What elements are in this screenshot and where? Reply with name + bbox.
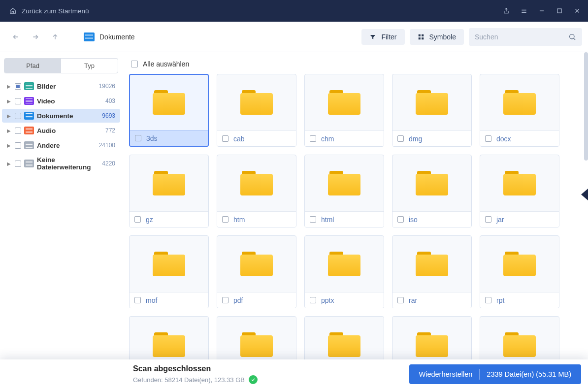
svg-point-5 <box>570 34 574 38</box>
sidebar-item-andere[interactable]: ▶Andere24100 <box>2 138 120 152</box>
tree-checkbox[interactable] <box>15 128 21 134</box>
folder-icon <box>416 252 448 276</box>
sidebar-item-audio[interactable]: ▶Audio772 <box>2 124 120 137</box>
chevron-right-icon[interactable]: ▶ <box>7 128 12 133</box>
folder-card[interactable]: cab <box>217 74 296 147</box>
search-icon <box>568 33 576 41</box>
divider <box>479 369 480 380</box>
folder-checkbox[interactable] <box>310 135 316 142</box>
folder-icon <box>153 252 185 276</box>
folder-card[interactable]: html <box>304 155 384 227</box>
titlebar: Zurück zum Startmenü <box>0 0 588 22</box>
folder-icon <box>84 32 95 41</box>
breadcrumb-label: Dokumente <box>99 33 135 41</box>
folder-checkbox[interactable] <box>485 135 491 142</box>
folder-name: dmg <box>409 135 422 143</box>
folder-icon <box>503 332 536 357</box>
minimize-icon[interactable] <box>538 7 546 15</box>
folder-card[interactable] <box>392 316 472 359</box>
tree-checkbox[interactable] <box>15 83 21 90</box>
folder-card[interactable] <box>480 316 559 359</box>
folder-card[interactable]: htm <box>217 155 296 227</box>
svg-rect-3 <box>418 37 420 39</box>
tree-label: Keine Dateierweiterung <box>37 156 99 171</box>
folder-card[interactable]: mof <box>129 235 209 308</box>
view-label: Symbole <box>429 33 456 41</box>
tab-pfad[interactable]: Pfad <box>4 59 61 73</box>
sidebar-item-keine-dateierweiterung[interactable]: ▶Keine Dateierweiterung4220 <box>2 153 120 174</box>
sidebar-tree: ▶Bilder19026▶Video403▶Dokumente9693▶Audi… <box>0 79 122 174</box>
folder-checkbox[interactable] <box>397 216 404 223</box>
breadcrumb[interactable]: Dokumente <box>84 32 135 41</box>
titlebar-home-label[interactable]: Zurück zum Startmenü <box>22 7 89 15</box>
folder-name: html <box>321 216 334 224</box>
folder-checkbox[interactable] <box>310 216 316 223</box>
folder-card[interactable]: iso <box>392 155 472 227</box>
folder-checkbox[interactable] <box>222 297 229 303</box>
home-icon[interactable] <box>9 7 17 15</box>
view-symbols-button[interactable]: Symbole <box>410 29 464 45</box>
filter-button[interactable]: Filter <box>361 29 404 45</box>
tree-checkbox[interactable] <box>15 142 21 149</box>
folder-checkbox[interactable] <box>134 297 141 303</box>
search-input[interactable]: Suchen <box>469 28 582 46</box>
folder-card[interactable] <box>129 316 209 359</box>
sidebar-item-bilder[interactable]: ▶Bilder19026 <box>2 79 120 93</box>
nav-up-icon[interactable] <box>49 31 61 43</box>
folder-checkbox[interactable] <box>485 297 491 303</box>
folder-checkbox[interactable] <box>310 297 316 303</box>
folder-icon <box>153 90 185 115</box>
close-icon[interactable] <box>573 7 581 15</box>
folder-card[interactable]: pptx <box>304 235 384 308</box>
category-icon <box>24 127 34 134</box>
select-all-checkbox[interactable] <box>131 61 138 67</box>
share-icon[interactable] <box>502 7 510 15</box>
folder-name: docx <box>496 135 511 143</box>
folder-checkbox[interactable] <box>397 135 404 142</box>
chevron-right-icon[interactable]: ▶ <box>7 113 12 119</box>
side-collapse-tab[interactable] <box>581 189 588 200</box>
category-icon <box>24 141 34 149</box>
folder-card[interactable]: docx <box>480 74 559 147</box>
folder-checkbox[interactable] <box>135 135 141 141</box>
folder-icon <box>153 171 185 195</box>
folder-checkbox[interactable] <box>222 216 229 223</box>
folder-card[interactable]: gz <box>129 155 209 227</box>
select-all-row[interactable]: Alle auswählen <box>129 52 576 74</box>
folder-card[interactable]: rar <box>392 235 472 308</box>
folder-card[interactable] <box>304 316 384 359</box>
menu-icon[interactable] <box>520 7 528 15</box>
folder-checkbox[interactable] <box>397 297 404 303</box>
tab-typ[interactable]: Typ <box>61 59 118 73</box>
chevron-right-icon[interactable]: ▶ <box>7 84 12 89</box>
sidebar-item-dokumente[interactable]: ▶Dokumente9693 <box>2 109 120 123</box>
folder-card[interactable] <box>217 316 296 359</box>
folder-name: mof <box>146 296 157 304</box>
sidebar-item-video[interactable]: ▶Video403 <box>2 94 120 108</box>
maximize-icon[interactable] <box>555 7 563 15</box>
folder-card[interactable]: 3ds <box>129 74 209 147</box>
folder-checkbox[interactable] <box>134 216 141 223</box>
chevron-right-icon[interactable]: ▶ <box>7 161 12 166</box>
folder-checkbox[interactable] <box>485 216 491 223</box>
scrollbar[interactable] <box>584 52 588 161</box>
tree-checkbox[interactable] <box>15 113 21 119</box>
category-icon <box>24 82 34 90</box>
tree-checkbox[interactable] <box>15 161 21 167</box>
folder-checkbox[interactable] <box>222 135 229 142</box>
tree-count: 19026 <box>99 83 115 90</box>
folder-card[interactable]: pdf <box>217 235 296 308</box>
folder-icon <box>328 252 360 276</box>
folder-card[interactable]: chm <box>304 74 384 147</box>
chevron-right-icon[interactable]: ▶ <box>7 143 12 148</box>
folder-name: iso <box>409 216 418 224</box>
nav-back-icon[interactable] <box>10 31 22 43</box>
tree-checkbox[interactable] <box>15 98 21 104</box>
chevron-right-icon[interactable]: ▶ <box>7 98 12 104</box>
folder-card[interactable]: jar <box>480 155 559 227</box>
folder-card[interactable]: dmg <box>392 74 472 147</box>
tree-label: Dokumente <box>37 112 99 120</box>
folder-card[interactable]: rpt <box>480 235 559 308</box>
nav-forward-icon[interactable] <box>30 31 41 43</box>
recover-button[interactable]: Wiederherstellen 2339 Datei(en) (55.31 M… <box>409 364 581 384</box>
